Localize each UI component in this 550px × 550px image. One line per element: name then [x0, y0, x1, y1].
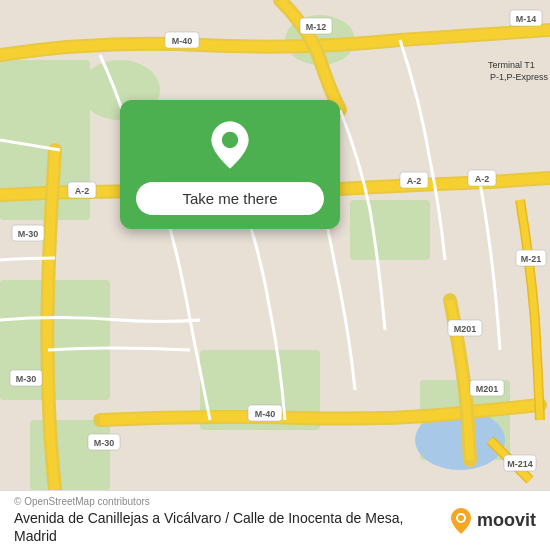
svg-text:M-30: M-30 — [18, 229, 39, 239]
moovit-text: moovit — [477, 510, 536, 531]
svg-text:M-40: M-40 — [255, 409, 276, 419]
take-me-there-button[interactable]: Take me there — [136, 182, 324, 215]
moovit-pin-icon — [449, 507, 473, 535]
map-container: M-40 M-12 M-14 A-2 A-2 A-2 A-2 M-30 M-30… — [0, 0, 550, 490]
location-name: Avenida de Canillejas a Vicálvaro / Call… — [14, 509, 439, 545]
svg-text:M-40: M-40 — [172, 36, 193, 46]
svg-text:M-214: M-214 — [507, 459, 533, 469]
map-attribution: © OpenStreetMap contributors — [14, 496, 439, 507]
svg-text:M-12: M-12 — [306, 22, 327, 32]
svg-text:M-21: M-21 — [521, 254, 542, 264]
svg-text:P-1,P-Express: P-1,P-Express — [490, 72, 549, 82]
svg-point-43 — [458, 515, 464, 521]
location-info: © OpenStreetMap contributors Avenida de … — [14, 496, 439, 545]
svg-text:M201: M201 — [454, 324, 477, 334]
location-pin-icon — [205, 120, 255, 170]
svg-rect-2 — [30, 420, 110, 490]
svg-text:M-14: M-14 — [516, 14, 537, 24]
svg-point-41 — [222, 132, 238, 148]
moovit-logo: moovit — [449, 507, 536, 535]
svg-text:M-30: M-30 — [16, 374, 37, 384]
svg-text:M-30: M-30 — [94, 438, 115, 448]
svg-text:M201: M201 — [476, 384, 499, 394]
location-card: Take me there — [120, 100, 340, 229]
svg-text:A-2: A-2 — [475, 174, 490, 184]
map-svg: M-40 M-12 M-14 A-2 A-2 A-2 A-2 M-30 M-30… — [0, 0, 550, 490]
svg-rect-4 — [350, 200, 430, 260]
svg-text:A-2: A-2 — [407, 176, 422, 186]
bottom-bar: © OpenStreetMap contributors Avenida de … — [0, 490, 550, 550]
svg-text:A-2: A-2 — [75, 186, 90, 196]
svg-text:Terminal T1: Terminal T1 — [488, 60, 535, 70]
